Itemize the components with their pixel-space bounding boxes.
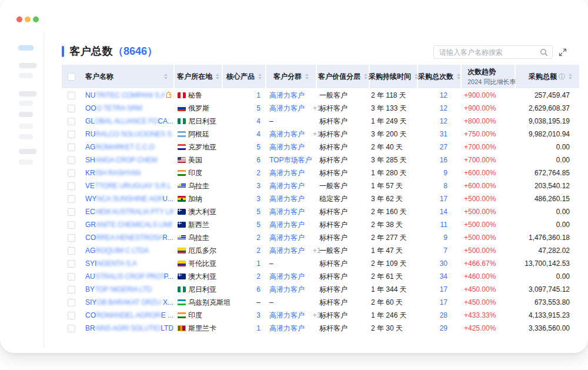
table-row[interactable]: SIYOB BARAKAT ORZU FERMERX...乌兹别克斯坦––标杆客… [62,296,579,309]
row-checkbox[interactable] [68,286,75,294]
table-row[interactable]: KRISH RASHYAN印度2高潜力客户标杆客户1 年 280 天9+600.… [62,166,579,179]
core-products-value[interactable]: 1 [256,324,260,332]
segment-link[interactable]: 高潜力客户 [269,168,305,178]
core-products-value[interactable]: 5 [256,104,260,112]
core-products-value[interactable]: 3 [256,182,260,190]
customer-name-link[interactable]: AGROQUIM C LTDA [85,246,173,255]
segment-link[interactable]: 高潜力客户 [269,285,305,295]
purchase-count-value[interactable]: 27 [440,143,447,151]
table-row[interactable]: WYNCA SUNSHINE AGRO PRODU...加纳3高潜力客户稳定客户… [62,192,579,205]
row-checkbox[interactable] [68,234,75,242]
table-row[interactable]: GRANITE CHEMICALS LIMITED新西兰5高潜力客户标杆客户2 … [62,218,579,231]
customer-name-link[interactable]: AGROMARKET C.C.O [85,143,173,151]
core-products-value[interactable]: 3 [256,311,260,319]
search-icon[interactable] [540,48,548,56]
core-products-value[interactable]: 6 [256,285,260,294]
segment-link[interactable]: 高潜力客户 [269,246,305,256]
sort-icon[interactable] [569,74,572,79]
purchase-count-value[interactable]: 29 [440,324,447,332]
table-row[interactable]: SYINGENTA S.A哥伦比亚1–标杆客户2 年 109 天30+466.6… [62,257,579,270]
segment-link[interactable]: 高潜力客户 [269,272,305,282]
sort-icon[interactable] [305,74,309,79]
row-checkbox[interactable] [68,182,75,190]
purchase-count-value[interactable]: 12 [440,104,447,112]
row-checkbox[interactable] [68,312,75,319]
table-row[interactable]: OOO TETRA SRM俄罗斯5高潜力客户+1标杆客户3 年 133 天12+… [62,102,579,115]
customer-name-link[interactable]: GLOBAL ALLIANCE FOR CHEMICA... [85,117,173,125]
core-products-value[interactable]: 4 [256,117,260,125]
table-row[interactable]: VETTORE URUGUAY S.R.L乌拉圭3高潜力客户一般客户1 年 57… [62,179,579,192]
core-products-value[interactable]: 2 [256,272,260,281]
sidebar-item[interactable] [19,101,33,106]
purchase-count-value[interactable]: 31 [440,130,447,138]
table-row[interactable]: NUTRITEC COMPANI S.A.C秘鲁1高潜力客户一般客户2 年 11… [62,89,579,102]
core-products-value[interactable]: 5 [256,221,260,229]
sidebar-item[interactable] [19,159,33,165]
customer-name-link[interactable]: COROMANDEL AGROPACK PRIVATE ... [85,311,173,319]
customer-name-link[interactable]: SIYOB BARAKAT ORZU FERMERX... [85,298,173,306]
core-products-value[interactable]: 1 [256,91,260,99]
segment-link[interactable]: 高潜力客户 [269,220,305,230]
sort-icon[interactable] [457,74,460,79]
customer-name-link[interactable]: SYINGENTA S.A [85,259,173,268]
row-checkbox[interactable] [68,260,75,268]
row-checkbox[interactable] [68,325,75,332]
customer-name-link[interactable]: AUSTRALIS CROP PROTECTIONP... [85,272,173,281]
table-row[interactable]: COROMANDEL AGROPACK PRIVATE ...印度3高潜力客户+… [62,309,579,322]
segment-link[interactable]: 高潜力客户 [269,194,305,204]
info-icon[interactable]: ⓘ [559,72,565,81]
sidebar-item[interactable] [19,134,33,139]
sort-icon[interactable] [258,74,262,79]
table-row[interactable]: RURALCO SOLUCIONES S.A阿根廷4高潜力客户+1标杆客户3 年… [62,128,579,141]
row-checkbox[interactable] [68,118,75,125]
table-row[interactable]: CORREA HENESTROSA & JARDR...乌拉圭2高潜力客户标杆客… [62,231,579,244]
table-row[interactable]: AGROMARKET C.C.O克罗地亚5高潜力客户标杆客户2 年 40 天27… [62,141,579,154]
row-checkbox[interactable] [68,299,75,306]
purchase-count-value[interactable]: 11 [440,221,447,229]
sort-icon[interactable] [216,74,219,79]
customer-name-link[interactable]: BRAINS AGRI SOLUTIONS PVT LTD [85,324,173,332]
segment-link[interactable]: 高潜力客户 [269,129,305,139]
search-box[interactable] [433,45,553,59]
sidebar-item[interactable] [19,63,36,68]
customer-name-link[interactable]: BYTOP NIGERIA LTD [85,285,173,294]
table-row[interactable]: AUSTRALIS CROP PROTECTIONP...澳大利亚2高潜力客户标… [62,270,579,283]
purchase-count-value[interactable]: 17 [440,195,447,203]
table-row[interactable]: GLOBAL ALLIANCE FOR CHEMICA...尼日利亚4–标杆客户… [62,115,579,128]
zoom-button[interactable] [33,16,39,22]
table-row[interactable]: BRAINS AGRI SOLUTIONS PVT LTD斯里兰卡1高潜力客户标… [62,322,579,335]
customer-name-link[interactable]: SHANGA CROP CHEM [85,156,173,164]
purchase-count-value[interactable]: 9 [443,234,447,242]
table-row[interactable]: BYTOP NIGERIA LTD尼日利亚6高潜力客户标杆客户1 年 344 天… [62,283,579,296]
purchase-count-value[interactable]: 17 [440,298,447,306]
core-products-value[interactable]: 2 [256,234,260,242]
core-products-value[interactable]: 5 [256,208,260,216]
sidebar-item[interactable] [19,91,36,96]
segment-link[interactable]: 高潜力客户 [269,311,305,321]
row-checkbox[interactable] [68,169,75,177]
row-checkbox[interactable] [68,247,75,255]
customer-name-link[interactable]: NUTRITEC COMPANI S.A.C [85,91,173,99]
row-checkbox[interactable] [68,131,75,138]
row-checkbox[interactable] [68,105,75,112]
sidebar-item-active[interactable] [18,45,34,51]
row-checkbox[interactable] [68,195,75,203]
segment-link[interactable]: 高潜力客户 [269,233,305,243]
sort-icon[interactable] [364,74,368,79]
row-checkbox[interactable] [68,92,75,99]
purchase-count-value[interactable]: 34 [440,272,447,281]
purchase-count-value[interactable]: 7 [443,246,447,255]
customer-name-link[interactable]: OOO TETRA SRM [85,104,173,112]
sidebar-item[interactable] [19,112,33,117]
customer-name-link[interactable]: VETTORE URUGUAY S.R.L [85,182,173,190]
row-checkbox[interactable] [68,273,75,281]
customer-name-link[interactable]: RURALCO SOLUCIONES S.A [85,130,173,138]
core-products-value[interactable]: 6 [256,156,260,164]
segment-link[interactable]: 高潜力客户 [269,91,305,101]
purchase-count-value[interactable]: 12 [440,117,447,125]
customer-name-link[interactable]: GRANITE CHEMICALS LIMITED [85,221,173,229]
row-checkbox[interactable] [68,208,75,216]
search-input[interactable] [439,48,540,56]
segment-link[interactable]: 高潜力客户 [269,104,305,114]
sidebar-item[interactable] [19,73,33,78]
